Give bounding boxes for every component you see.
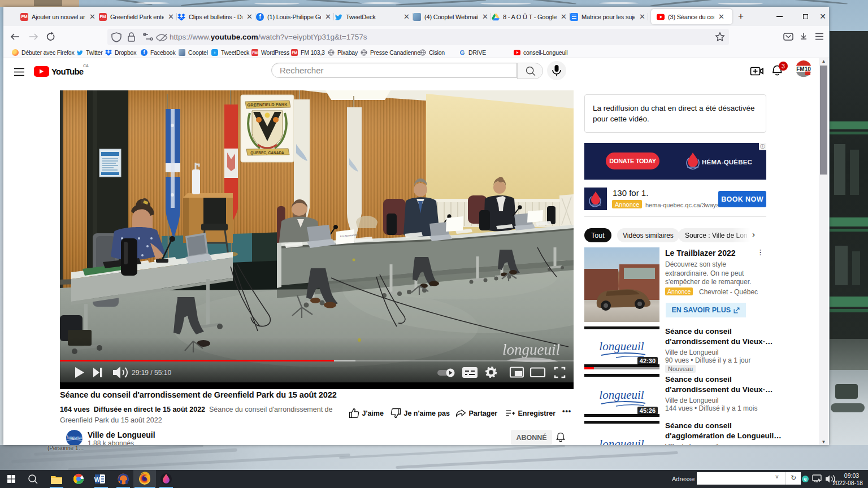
svg-text:YouTube: YouTube <box>51 67 84 76</box>
svg-text:HÉMA-QUÉBEC: HÉMA-QUÉBEC <box>702 159 752 165</box>
svg-text:CA: CA <box>83 64 89 68</box>
svg-text:GREENFIELD PARK: GREENFIELD PARK <box>247 102 288 107</box>
svg-text:longueuil: longueuil <box>599 339 644 353</box>
svg-text:FM10: FM10 <box>796 66 811 72</box>
svg-text:QUEBEC, CANADA: QUEBEC, CANADA <box>250 151 284 155</box>
svg-text:3: 3 <box>782 63 785 69</box>
svg-text:longueuil: longueuil <box>599 388 644 402</box>
svg-text:longueuil: longueuil <box>67 435 83 440</box>
svg-text:W: W <box>94 476 101 483</box>
svg-text:29:19 / 55:10: 29:19 / 55:10 <box>132 369 171 377</box>
svg-text:longueuil: longueuil <box>599 437 644 445</box>
